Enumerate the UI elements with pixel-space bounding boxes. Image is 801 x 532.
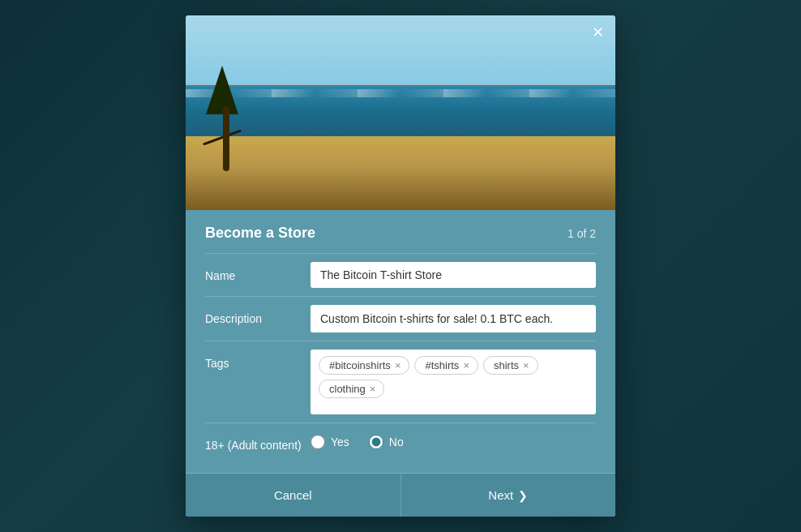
modal-step-indicator: 1 of 2: [568, 227, 596, 240]
description-row: Description: [205, 296, 596, 341]
close-button[interactable]: ✕: [592, 25, 604, 40]
radio-no-label[interactable]: No: [369, 435, 404, 449]
tags-label: Tags: [205, 350, 311, 370]
become-store-modal: ✕ Become a Store 1 of 2: [186, 15, 615, 517]
modal-backdrop: ✕ Become a Store 1 of 2: [0, 0, 801, 532]
next-chevron-icon: ❯: [518, 489, 528, 502]
tag-chip-clothing: clothing ×: [319, 380, 384, 398]
tag-remove-clothing[interactable]: ×: [370, 384, 376, 394]
store-form: Name Description Tags #bitcoinshirts ×: [186, 253, 615, 460]
next-label: Next: [488, 488, 513, 502]
modal-title: Become a Store: [205, 225, 315, 242]
radio-no[interactable]: [369, 435, 383, 449]
modal-body: Become a Store 1 of 2 Name Description T…: [186, 210, 615, 517]
tag-text: #tshirts: [425, 359, 459, 371]
modal-footer: Cancel Next ❯: [186, 473, 615, 517]
tag-chip-shirts: shirts ×: [483, 356, 538, 375]
hero-tree: [202, 66, 251, 171]
modal-header: Become a Store 1 of 2: [186, 210, 615, 253]
tag-chip-tshirts: #tshirts ×: [414, 356, 478, 375]
adult-content-radio-group: Yes No: [311, 431, 404, 449]
name-input[interactable]: [311, 262, 596, 288]
radio-no-text: No: [389, 435, 404, 448]
tags-row: Tags #bitcoinshirts × #tshirts × shirts: [205, 341, 596, 423]
next-button[interactable]: Next ❯: [401, 474, 616, 517]
cancel-button[interactable]: Cancel: [186, 474, 401, 517]
adult-content-row: 18+ (Adult content) Yes No: [205, 423, 596, 460]
tag-remove-shirts[interactable]: ×: [523, 360, 529, 371]
tag-text: #bitcoinshirts: [329, 359, 391, 371]
radio-yes-label[interactable]: Yes: [311, 435, 349, 449]
radio-yes-text: Yes: [331, 435, 349, 448]
name-row: Name: [205, 253, 596, 296]
tag-remove-tshirts[interactable]: ×: [463, 360, 469, 371]
description-input[interactable]: [311, 305, 596, 332]
hero-background: [186, 15, 615, 210]
tags-container[interactable]: #bitcoinshirts × #tshirts × shirts × c: [311, 350, 596, 414]
modal-hero-image: [186, 15, 615, 210]
name-label: Name: [205, 262, 311, 282]
tag-text: clothing: [329, 383, 366, 395]
radio-yes[interactable]: [311, 435, 325, 449]
description-label: Description: [205, 305, 311, 325]
tag-remove-bitcoinshirts[interactable]: ×: [395, 360, 401, 371]
tag-chip-bitcoinshirts: #bitcoinshirts ×: [319, 356, 409, 375]
tag-text: shirts: [494, 359, 519, 371]
adult-content-label: 18+ (Adult content): [205, 431, 311, 452]
